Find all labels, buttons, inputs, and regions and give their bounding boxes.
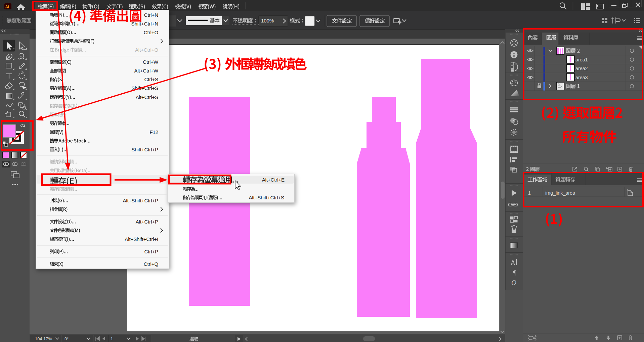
- svg-text:O: O: [511, 279, 516, 287]
